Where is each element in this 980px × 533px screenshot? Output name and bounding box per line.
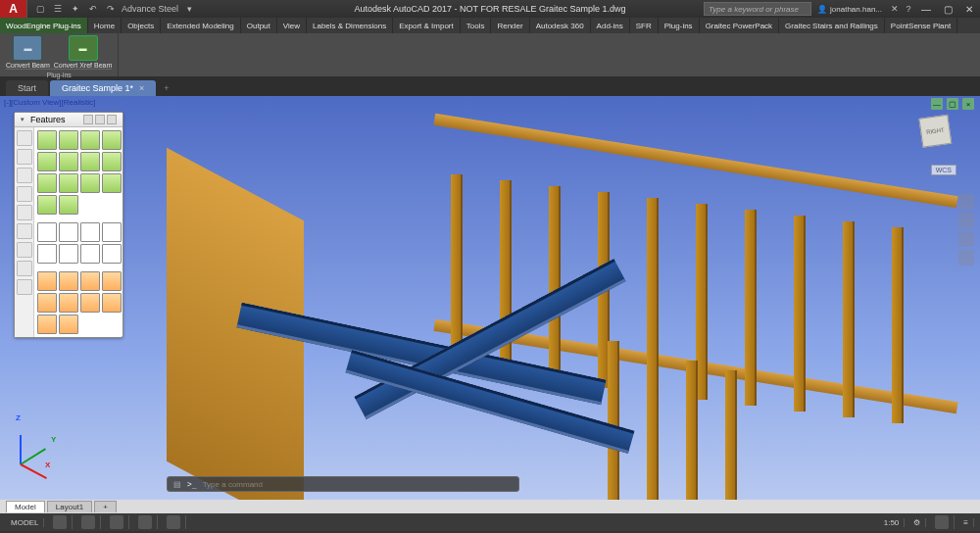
help-icon[interactable]: ? bbox=[902, 2, 915, 16]
feature-icon[interactable] bbox=[59, 293, 78, 313]
feature-icon[interactable] bbox=[37, 293, 57, 313]
palette-cat-icon[interactable] bbox=[17, 186, 32, 202]
palette-cat-icon[interactable] bbox=[17, 279, 32, 295]
close-tab-icon[interactable]: × bbox=[139, 83, 144, 93]
feature-icon[interactable] bbox=[37, 195, 57, 215]
feature-icon[interactable] bbox=[80, 173, 100, 193]
ribbon-tab-addins[interactable]: Add-ins bbox=[591, 18, 630, 33]
palette-cat-icon[interactable] bbox=[17, 168, 32, 183]
help-search-input[interactable]: Type a keyword or phrase bbox=[704, 2, 811, 16]
ribbon-tab-sfr[interactable]: SFR bbox=[630, 18, 659, 33]
ribbon-tab-woodengine[interactable]: WoodEngine Plug-ins bbox=[0, 18, 88, 33]
status-ortho-icon[interactable] bbox=[105, 515, 129, 529]
feature-icon[interactable] bbox=[37, 173, 57, 193]
new-tab-button[interactable]: + bbox=[158, 80, 174, 96]
orbit-icon[interactable] bbox=[958, 250, 974, 266]
palette-cat-icon[interactable] bbox=[17, 242, 32, 258]
save-icon[interactable]: ✦ bbox=[69, 2, 82, 16]
features-palette[interactable]: ▾ Features bbox=[14, 112, 123, 338]
command-history-icon[interactable]: ▤ bbox=[173, 480, 181, 489]
ribbon-tab-home[interactable]: Home bbox=[88, 18, 122, 33]
status-grid-icon[interactable] bbox=[48, 515, 73, 529]
ribbon-tab-stairs[interactable]: Graitec Stairs and Railings bbox=[779, 18, 885, 33]
feature-icon[interactable] bbox=[37, 244, 57, 264]
palette-cat-icon[interactable] bbox=[17, 149, 32, 165]
layout-add-button[interactable]: + bbox=[94, 501, 117, 512]
file-tab-drawing[interactable]: Graitec Sample 1* × bbox=[50, 80, 156, 96]
collapse-icon[interactable]: ▾ bbox=[21, 116, 24, 123]
navigation-bar[interactable] bbox=[958, 194, 974, 266]
vp-maximize-icon[interactable]: ▢ bbox=[947, 98, 958, 110]
feature-icon[interactable] bbox=[59, 315, 78, 334]
status-customize-icon[interactable]: ≡ bbox=[958, 518, 974, 527]
user-account[interactable]: 👤 jonathan.han... bbox=[811, 5, 888, 14]
vp-minimize-icon[interactable]: — bbox=[931, 98, 943, 110]
palette-cat-icon[interactable] bbox=[17, 130, 32, 146]
app-logo[interactable]: A bbox=[0, 0, 27, 18]
pan-icon[interactable] bbox=[958, 213, 974, 228]
palette-tool-icon[interactable] bbox=[107, 115, 117, 124]
status-osnap-icon[interactable] bbox=[162, 515, 186, 529]
command-line[interactable]: ▤ >_ Type a command bbox=[167, 476, 519, 492]
feature-icon[interactable] bbox=[102, 173, 122, 193]
exchange-icon[interactable]: ✕ bbox=[888, 2, 902, 16]
feature-icon[interactable] bbox=[102, 244, 122, 264]
feature-icon[interactable] bbox=[37, 152, 57, 171]
close-button[interactable]: ✕ bbox=[958, 0, 980, 18]
feature-icon[interactable] bbox=[37, 222, 57, 242]
ucs-icon[interactable]: Z Y X bbox=[12, 417, 67, 472]
status-iso-icon[interactable] bbox=[930, 515, 955, 529]
ribbon-tab-export[interactable]: Export & Import bbox=[393, 18, 461, 33]
feature-icon[interactable] bbox=[80, 271, 100, 291]
viewcube-face[interactable]: RIGHT bbox=[918, 115, 952, 148]
minimize-button[interactable]: — bbox=[915, 0, 937, 18]
undo-icon[interactable]: ↶ bbox=[86, 2, 100, 16]
ribbon-tab-powerpack[interactable]: Graitec PowerPack bbox=[700, 18, 779, 33]
layout-tab-model[interactable]: Model bbox=[6, 501, 45, 512]
feature-icon[interactable] bbox=[59, 222, 78, 242]
palette-cat-icon[interactable] bbox=[17, 261, 32, 276]
steering-wheel-icon[interactable] bbox=[958, 194, 974, 210]
feature-icon[interactable] bbox=[80, 293, 100, 313]
feature-icon[interactable] bbox=[59, 271, 78, 291]
ribbon-tab-tools[interactable]: Tools bbox=[461, 18, 492, 33]
new-icon[interactable]: ▢ bbox=[33, 2, 47, 16]
open-icon[interactable]: ☰ bbox=[51, 2, 65, 16]
feature-icon[interactable] bbox=[80, 130, 100, 150]
feature-icon[interactable] bbox=[80, 152, 100, 171]
palette-tool-icon[interactable] bbox=[83, 115, 93, 124]
ribbon-tab-pointsense[interactable]: PointSense Plant bbox=[885, 18, 957, 33]
qat-dropdown-icon[interactable]: ▾ bbox=[182, 2, 196, 16]
zoom-icon[interactable] bbox=[958, 231, 974, 247]
status-model-toggle[interactable]: MODEL bbox=[6, 518, 44, 527]
palette-tool-icon[interactable] bbox=[95, 115, 105, 124]
feature-icon[interactable] bbox=[80, 244, 100, 264]
status-polar-icon[interactable] bbox=[133, 515, 158, 529]
palette-cat-icon[interactable] bbox=[17, 205, 32, 220]
feature-icon[interactable] bbox=[102, 293, 122, 313]
redo-icon[interactable]: ↷ bbox=[104, 2, 118, 16]
feature-icon[interactable] bbox=[59, 152, 78, 171]
ribbon-tab-view[interactable]: View bbox=[277, 18, 307, 33]
ribbon-tab-a360[interactable]: Autodesk 360 bbox=[530, 18, 591, 33]
feature-icon[interactable] bbox=[37, 315, 57, 334]
viewport-label[interactable]: [-][Custom View][Realistic] bbox=[4, 98, 95, 107]
feature-icon[interactable] bbox=[59, 244, 78, 264]
feature-icon[interactable] bbox=[102, 130, 122, 150]
feature-icon[interactable] bbox=[37, 271, 57, 291]
feature-icon[interactable] bbox=[37, 130, 57, 150]
vp-close-icon[interactable]: × bbox=[962, 98, 974, 110]
status-scale[interactable]: 1:50 bbox=[879, 518, 906, 527]
feature-icon[interactable] bbox=[102, 271, 122, 291]
ribbon-tab-labels[interactable]: Labels & Dimensions bbox=[307, 18, 393, 33]
feature-icon[interactable] bbox=[59, 173, 78, 193]
status-gear-icon[interactable]: ⚙ bbox=[908, 518, 926, 527]
palette-titlebar[interactable]: ▾ Features bbox=[15, 113, 122, 127]
feature-icon[interactable] bbox=[102, 222, 122, 242]
ribbon-tab-output[interactable]: Output bbox=[241, 18, 277, 33]
ribbon-tab-extmodel[interactable]: Extended Modeling bbox=[161, 18, 241, 33]
status-snap-icon[interactable] bbox=[76, 515, 101, 529]
ribbon-tab-objects[interactable]: Objects bbox=[122, 18, 161, 33]
ribbon-tab-plugins[interactable]: Plug-ins bbox=[659, 18, 700, 33]
maximize-button[interactable]: ▢ bbox=[937, 0, 958, 18]
